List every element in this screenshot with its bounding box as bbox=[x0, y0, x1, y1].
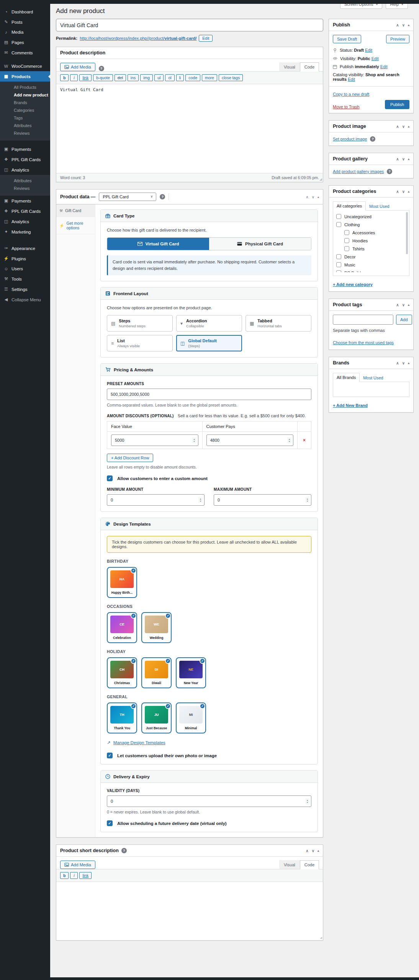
product-type-select[interactable]: PPL Gift Card∨ bbox=[99, 193, 156, 201]
category-checkbox[interactable] bbox=[344, 246, 349, 251]
code-tab[interactable]: Code bbox=[300, 62, 319, 72]
quicktag-italic-button[interactable]: i bbox=[70, 872, 78, 879]
sidebar-item-tags[interactable]: Tags bbox=[0, 114, 50, 122]
sidebar-item-analytics[interactable]: ◫Analytics bbox=[0, 165, 50, 175]
preview-button[interactable]: Preview bbox=[386, 35, 409, 43]
design-card-celebration[interactable]: CE✓ Celebration bbox=[107, 612, 137, 643]
quicktag-italic-button[interactable]: i bbox=[70, 74, 78, 81]
category-checkbox[interactable] bbox=[336, 222, 341, 227]
add-tag-button[interactable]: Add bbox=[396, 315, 412, 325]
move-up-icon[interactable]: ∧ bbox=[396, 157, 399, 161]
sidebar-item-attributes[interactable]: Attributes bbox=[0, 122, 50, 129]
number-spinner[interactable]: ▴▾ bbox=[287, 437, 291, 443]
sidebar-item-payments[interactable]: ▣Payments bbox=[0, 144, 50, 154]
toggle-panel-icon[interactable]: ▴ bbox=[318, 195, 319, 199]
category-uncategorized[interactable]: Uncategorized bbox=[336, 214, 406, 219]
sidebar-item-categories[interactable]: Categories bbox=[0, 106, 50, 114]
help-icon[interactable]: ? bbox=[99, 66, 104, 71]
category-checkbox[interactable] bbox=[336, 254, 341, 259]
toggle-panel-icon[interactable]: ▴ bbox=[408, 361, 409, 365]
sidebar-item-plugins[interactable]: ⚡Plugins bbox=[0, 253, 50, 264]
category-pc-builder[interactable]: PC Builder bbox=[336, 270, 406, 272]
move-down-icon[interactable]: ∨ bbox=[402, 189, 405, 194]
customer-pays-input[interactable] bbox=[206, 434, 294, 446]
remove-row-button[interactable]: × bbox=[303, 438, 306, 443]
add-media-button[interactable]: Add Media bbox=[60, 63, 95, 71]
toggle-panel-icon[interactable]: ▴ bbox=[408, 190, 409, 193]
maximum-amount-input[interactable] bbox=[214, 494, 311, 506]
resize-grip-icon[interactable]: ◢ bbox=[319, 177, 322, 181]
category-accessories[interactable]: Accessories bbox=[336, 230, 406, 235]
category-decor[interactable]: Decor bbox=[336, 254, 406, 259]
quicktag-more-button[interactable]: more bbox=[202, 74, 217, 81]
sidebar-item-tools[interactable]: ⚒Tools bbox=[0, 274, 50, 284]
category-checkbox[interactable] bbox=[336, 270, 341, 272]
quicktag-link-button[interactable]: link bbox=[79, 872, 92, 879]
visual-tab[interactable]: Visual bbox=[279, 860, 300, 869]
visual-tab[interactable]: Visual bbox=[279, 62, 300, 71]
scrollbar-thumb[interactable] bbox=[406, 212, 408, 254]
tab-most-used[interactable]: Most Used bbox=[366, 202, 393, 211]
category-hoodies[interactable]: Hoodies bbox=[336, 238, 406, 243]
move-down-icon[interactable]: ∨ bbox=[402, 124, 405, 129]
move-up-icon[interactable]: ∧ bbox=[396, 189, 399, 194]
tab-all-brands[interactable]: All Brands bbox=[333, 373, 360, 382]
add-media-button[interactable]: Add Media bbox=[60, 861, 95, 869]
toggle-panel-icon[interactable]: ▴ bbox=[408, 303, 409, 307]
custom-amount-checkbox[interactable]: ✓ bbox=[107, 475, 113, 481]
sidebar-item-media[interactable]: ♪Media bbox=[0, 27, 50, 37]
sidebar-item-analytics-2[interactable]: ◫Analytics bbox=[0, 216, 50, 227]
quicktag-del-button[interactable]: del bbox=[115, 74, 126, 81]
physical-gift-card-option[interactable]: Physical Gift Card bbox=[209, 238, 311, 250]
sidebar-item-dashboard[interactable]: ◔Dashboard bbox=[0, 7, 50, 17]
permalink-link[interactable]: http://localhost/wordpress/index.php//pr… bbox=[80, 36, 196, 41]
sidebar-item-add-new-product[interactable]: Add new product bbox=[0, 91, 50, 99]
help-icon[interactable]: ? bbox=[387, 169, 392, 174]
layout-option-global-default[interactable]: ◫Global Default(Steps) bbox=[176, 335, 242, 351]
toggle-panel-icon[interactable]: ▴ bbox=[408, 23, 409, 27]
permalink-edit-button[interactable]: Edit bbox=[199, 35, 213, 42]
short-description-editor[interactable]: ◢ bbox=[56, 882, 323, 940]
quicktag-ol-button[interactable]: ol bbox=[165, 74, 174, 81]
quicktag-img-button[interactable]: img bbox=[140, 74, 153, 81]
category-tshirts[interactable]: Tshirts bbox=[336, 246, 406, 251]
resize-grip-icon[interactable]: ◢ bbox=[320, 936, 322, 939]
code-tab[interactable]: Code bbox=[300, 860, 319, 869]
virtual-gift-card-option[interactable]: Virtual Gift Card bbox=[107, 238, 209, 250]
move-up-icon[interactable]: ∧ bbox=[306, 195, 308, 199]
sidebar-item-payments-2[interactable]: ▣Payments bbox=[0, 196, 50, 206]
quicktag-link-button[interactable]: link bbox=[79, 74, 92, 81]
sidebar-item-analytics-reviews[interactable]: Reviews bbox=[0, 185, 50, 192]
design-card-diwali[interactable]: DI✓ Diwali bbox=[141, 657, 172, 688]
sidebar-item-analytics-attributes[interactable]: Attributes bbox=[0, 177, 50, 185]
collapse-menu-button[interactable]: ◀Collapse Menu bbox=[0, 294, 50, 305]
sidebar-item-settings[interactable]: ☰Settings bbox=[0, 284, 50, 294]
move-to-trash-link[interactable]: Move to Trash bbox=[333, 105, 360, 109]
category-checkbox[interactable] bbox=[336, 214, 341, 219]
category-checkbox[interactable] bbox=[336, 262, 341, 267]
choose-most-used-tags-link[interactable]: Choose from the most used tags bbox=[333, 340, 394, 345]
preset-amounts-input[interactable] bbox=[107, 389, 311, 400]
design-card-christmas[interactable]: CH✓ Christmas bbox=[107, 657, 137, 688]
validity-days-input[interactable] bbox=[107, 795, 311, 807]
move-down-icon[interactable]: ∨ bbox=[402, 361, 405, 365]
quicktag-code-button[interactable]: code bbox=[185, 74, 200, 81]
minimum-amount-input[interactable] bbox=[107, 494, 205, 506]
sidebar-item-marketing[interactable]: ✦Marketing bbox=[0, 227, 50, 237]
edit-catalog-visibility-link[interactable]: Edit bbox=[348, 77, 355, 82]
edit-publish-time-link[interactable]: Edit bbox=[380, 64, 388, 69]
move-up-icon[interactable]: ∧ bbox=[396, 303, 399, 307]
edit-status-link[interactable]: Edit bbox=[365, 48, 372, 52]
layout-option-accordion[interactable]: ▾AccordionCollapsible bbox=[176, 315, 242, 332]
design-card-minimal[interactable]: MI✓ Minimal bbox=[176, 702, 206, 733]
sidebar-item-comments[interactable]: ✉Comments bbox=[0, 47, 50, 58]
number-spinner[interactable]: ▴▾ bbox=[192, 437, 196, 443]
sidebar-item-brands[interactable]: Brands bbox=[0, 99, 50, 106]
tab-all-categories[interactable]: All categories bbox=[333, 201, 366, 211]
move-down-icon[interactable]: ∨ bbox=[312, 849, 314, 853]
add-new-brand-link[interactable]: + Add New Brand bbox=[333, 403, 368, 408]
manage-design-templates-link[interactable]: Manage Design Templates bbox=[113, 740, 165, 745]
quicktag-bold-button[interactable]: b bbox=[60, 872, 69, 879]
toggle-panel-icon[interactable]: ▴ bbox=[318, 849, 319, 853]
design-card-just-because[interactable]: JU✓ Just Because bbox=[141, 702, 172, 733]
